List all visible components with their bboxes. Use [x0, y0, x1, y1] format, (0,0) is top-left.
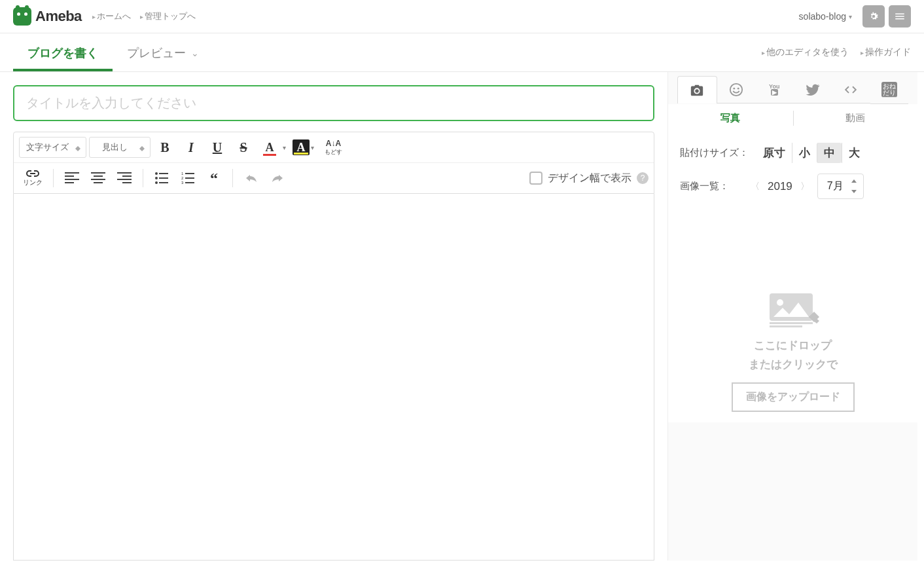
- reset-format-icon: A↓A: [326, 139, 341, 148]
- design-width-checkbox[interactable]: [529, 172, 542, 185]
- bullet-list-button[interactable]: [150, 167, 173, 189]
- drop-text-2: またはクリックで: [680, 356, 906, 375]
- svg-rect-3: [159, 177, 168, 179]
- editor-canvas[interactable]: [13, 194, 654, 561]
- svg-rect-11: [185, 182, 194, 183]
- month-select[interactable]: 7月: [817, 174, 864, 199]
- size-large[interactable]: 大: [842, 143, 866, 163]
- ameba-icon: [13, 7, 31, 26]
- drop-text-1: ここにドロップ: [680, 337, 906, 356]
- svg-rect-9: [185, 177, 194, 179]
- link-guide[interactable]: 操作ガイド: [861, 46, 911, 58]
- strikethrough-button[interactable]: S: [232, 136, 255, 158]
- svg-point-12: [730, 83, 742, 95]
- font-color-caret[interactable]: ▾: [283, 144, 286, 151]
- tab-write[interactable]: ブログを書く: [13, 33, 113, 71]
- menu-button[interactable]: [889, 5, 911, 28]
- svg-text:1: 1: [181, 172, 184, 175]
- chevron-down-icon: ⌄: [191, 48, 199, 58]
- tab-preview[interactable]: プレビュー ⌄: [113, 33, 213, 71]
- link-icon: [25, 169, 41, 178]
- paste-size-label: 貼付けサイズ：: [680, 147, 749, 159]
- align-left-button[interactable]: [60, 167, 84, 189]
- svg-point-13: [733, 87, 735, 89]
- subtab-video[interactable]: 動画: [793, 104, 918, 132]
- size-medium[interactable]: 中: [817, 143, 842, 163]
- quote-button[interactable]: “: [202, 167, 226, 189]
- image-list-label: 画像一覧：: [680, 180, 743, 193]
- highlight-caret[interactable]: ▾: [311, 144, 314, 151]
- sidetab-embed[interactable]: [832, 76, 870, 103]
- svg-text:2: 2: [181, 176, 184, 180]
- link-button[interactable]: リンク: [19, 169, 46, 187]
- top-header: Ameba ホームへ 管理トップへ solabo-blog: [0, 0, 924, 33]
- brand-logo[interactable]: Ameba: [13, 7, 82, 26]
- title-input[interactable]: [13, 85, 654, 121]
- size-group: 原寸 小 中 大: [756, 143, 866, 163]
- camera-icon: [690, 83, 704, 98]
- bullet-list-icon: [155, 172, 168, 184]
- redo-icon: [272, 174, 283, 183]
- nav-home[interactable]: ホームへ: [92, 10, 131, 22]
- settings-button[interactable]: [862, 5, 885, 28]
- nav-admin-top[interactable]: 管理トップへ: [140, 10, 196, 22]
- editor-column: 文字サイズ 見出し B I U S A ▾ A ▾ A↓A もどす: [0, 72, 667, 561]
- gear-icon: [868, 10, 880, 22]
- side-panel: You▶ おねだり 写真 動画 貼付けサイズ： 原寸 小 中 大 画像一覧：: [667, 72, 917, 561]
- font-color-button[interactable]: A: [258, 136, 281, 158]
- sidetab-onedari[interactable]: おねだり: [881, 82, 897, 98]
- svg-point-2: [155, 177, 158, 179]
- undo-button[interactable]: [240, 167, 263, 189]
- underline-button[interactable]: U: [205, 136, 229, 158]
- svg-point-14: [737, 87, 739, 89]
- align-right-button[interactable]: [113, 167, 136, 189]
- align-center-button[interactable]: [86, 167, 110, 189]
- brand-text: Ameba: [35, 8, 82, 25]
- editor-tabs: ブログを書く プレビュー ⌄ 他のエディタを使う 操作ガイド: [0, 33, 924, 72]
- svg-point-4: [155, 181, 158, 184]
- font-size-select[interactable]: 文字サイズ: [19, 137, 86, 158]
- image-placeholder-icon: [767, 291, 819, 327]
- number-list-button[interactable]: 123: [176, 167, 200, 189]
- svg-text:3: 3: [181, 181, 184, 184]
- tab-preview-label: プレビュー: [127, 45, 186, 61]
- hamburger-icon: [894, 10, 906, 22]
- media-subtabs: 写真 動画: [668, 104, 917, 132]
- subtab-photo[interactable]: 写真: [668, 104, 793, 132]
- svg-point-0: [155, 172, 158, 175]
- svg-point-16: [777, 299, 783, 306]
- svg-rect-5: [159, 182, 168, 183]
- svg-rect-17: [770, 322, 813, 324]
- twitter-icon: [806, 83, 820, 97]
- photo-panel: 貼付けサイズ： 原寸 小 中 大 画像一覧： 〈 2019 〉 7月: [668, 132, 917, 422]
- drop-zone[interactable]: ここにドロップ またはクリックで 画像をアップロード: [680, 291, 906, 412]
- link-label: リンク: [23, 178, 43, 187]
- upload-button[interactable]: 画像をアップロード: [732, 382, 855, 412]
- toolbar: 文字サイズ 見出し B I U S A ▾ A ▾ A↓A もどす: [13, 132, 654, 194]
- emoji-icon: [729, 83, 743, 97]
- align-left-icon: [65, 172, 79, 184]
- link-other-editor[interactable]: 他のエディタを使う: [762, 46, 849, 58]
- size-small[interactable]: 小: [792, 143, 817, 163]
- design-width-label: デザイン幅で表示: [548, 172, 631, 185]
- help-icon[interactable]: ?: [637, 172, 649, 184]
- heading-select[interactable]: 見出し: [89, 137, 151, 158]
- size-original[interactable]: 原寸: [756, 143, 792, 163]
- sidetab-youtube[interactable]: You▶: [755, 76, 794, 103]
- redo-button[interactable]: [266, 167, 289, 189]
- year-prev[interactable]: 〈: [751, 181, 760, 193]
- align-center-icon: [91, 172, 105, 184]
- svg-rect-7: [185, 173, 194, 174]
- italic-button[interactable]: I: [179, 136, 203, 158]
- sidetab-twitter[interactable]: [794, 76, 832, 103]
- align-right-icon: [117, 172, 132, 184]
- side-insert-tabs: You▶ おねだり: [668, 76, 917, 104]
- year-next[interactable]: 〉: [800, 181, 809, 193]
- highlight-button[interactable]: A: [293, 139, 310, 155]
- number-list-icon: 123: [181, 172, 194, 184]
- reset-format-button[interactable]: A↓A もどす: [321, 139, 346, 157]
- sidetab-camera[interactable]: [677, 76, 717, 103]
- sidetab-emoji[interactable]: [717, 76, 756, 103]
- bold-button[interactable]: B: [153, 136, 177, 158]
- user-menu[interactable]: solabo-blog: [799, 11, 852, 22]
